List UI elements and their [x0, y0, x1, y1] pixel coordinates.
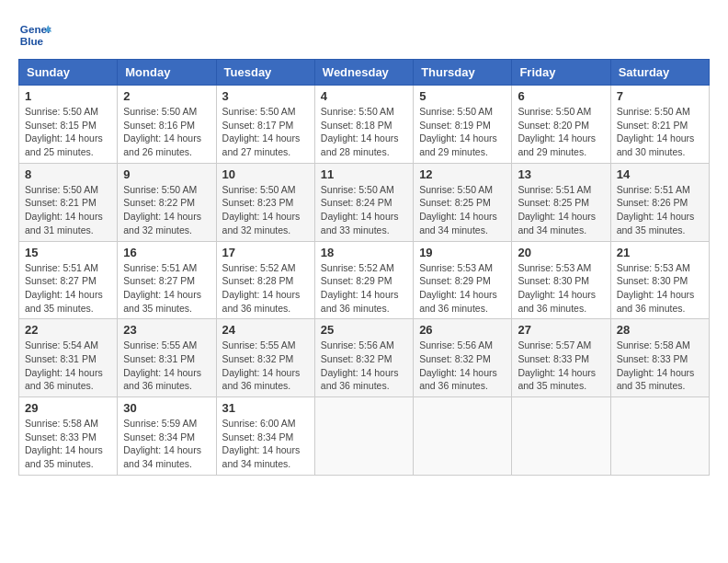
- day-info: Sunrise: 5:56 AM Sunset: 8:32 PM Dayligh…: [321, 339, 407, 393]
- calendar-cell: 15Sunrise: 5:51 AM Sunset: 8:27 PM Dayli…: [19, 241, 118, 319]
- calendar-cell: 20Sunrise: 5:53 AM Sunset: 8:30 PM Dayli…: [512, 241, 610, 319]
- day-number: 29: [25, 401, 111, 415]
- day-number: 5: [419, 89, 506, 103]
- header-tuesday: Tuesday: [216, 60, 314, 86]
- calendar-cell: 29Sunrise: 5:58 AM Sunset: 8:33 PM Dayli…: [19, 397, 118, 476]
- calendar-cell: 19Sunrise: 5:53 AM Sunset: 8:29 PM Dayli…: [414, 241, 512, 319]
- header-saturday: Saturday: [610, 60, 709, 86]
- day-number: 27: [518, 323, 604, 337]
- day-number: 21: [617, 246, 703, 259]
- day-info: Sunrise: 5:50 AM Sunset: 8:21 PM Dayligh…: [25, 183, 111, 237]
- calendar-cell: 25Sunrise: 5:56 AM Sunset: 8:32 PM Dayli…: [314, 319, 413, 397]
- calendar-cell: 7Sunrise: 5:50 AM Sunset: 8:21 PM Daylig…: [610, 86, 709, 164]
- calendar-week-row: 1Sunrise: 5:50 AM Sunset: 8:15 PM Daylig…: [19, 86, 710, 164]
- day-number: 16: [123, 246, 210, 259]
- calendar-cell: 11Sunrise: 5:50 AM Sunset: 8:24 PM Dayli…: [314, 163, 413, 241]
- logo-icon: General Blue: [18, 18, 51, 52]
- calendar-week-row: 15Sunrise: 5:51 AM Sunset: 8:27 PM Dayli…: [19, 241, 710, 319]
- header-monday: Monday: [118, 60, 216, 86]
- day-info: Sunrise: 5:50 AM Sunset: 8:20 PM Dayligh…: [518, 105, 604, 159]
- calendar-cell: 31Sunrise: 6:00 AM Sunset: 8:34 PM Dayli…: [216, 397, 314, 476]
- day-number: 18: [321, 246, 407, 259]
- calendar-cell: 18Sunrise: 5:52 AM Sunset: 8:29 PM Dayli…: [314, 241, 413, 319]
- header: General Blue: [18, 18, 710, 52]
- day-number: 9: [123, 167, 210, 181]
- calendar-cell: 3Sunrise: 5:50 AM Sunset: 8:17 PM Daylig…: [216, 86, 314, 164]
- day-info: Sunrise: 5:50 AM Sunset: 8:25 PM Dayligh…: [419, 183, 506, 237]
- calendar-cell: 23Sunrise: 5:55 AM Sunset: 8:31 PM Dayli…: [118, 319, 216, 397]
- logo: General Blue: [18, 18, 55, 52]
- calendar-cell: 2Sunrise: 5:50 AM Sunset: 8:16 PM Daylig…: [118, 86, 216, 164]
- day-info: Sunrise: 5:52 AM Sunset: 8:29 PM Dayligh…: [321, 261, 407, 316]
- day-number: 15: [25, 246, 111, 259]
- calendar-week-row: 22Sunrise: 5:54 AM Sunset: 8:31 PM Dayli…: [19, 319, 710, 397]
- day-number: 31: [222, 401, 309, 415]
- day-number: 26: [419, 323, 506, 337]
- calendar-table: SundayMondayTuesdayWednesdayThursdayFrid…: [18, 59, 710, 476]
- calendar-cell: 17Sunrise: 5:52 AM Sunset: 8:28 PM Dayli…: [216, 241, 314, 319]
- day-info: Sunrise: 5:50 AM Sunset: 8:23 PM Dayligh…: [222, 183, 309, 237]
- header-thursday: Thursday: [414, 60, 512, 86]
- day-info: Sunrise: 5:53 AM Sunset: 8:30 PM Dayligh…: [518, 261, 604, 316]
- day-number: 28: [617, 323, 703, 337]
- day-info: Sunrise: 5:58 AM Sunset: 8:33 PM Dayligh…: [617, 339, 703, 393]
- calendar-week-row: 8Sunrise: 5:50 AM Sunset: 8:21 PM Daylig…: [19, 163, 710, 241]
- calendar-cell: 22Sunrise: 5:54 AM Sunset: 8:31 PM Dayli…: [19, 319, 118, 397]
- day-info: Sunrise: 5:50 AM Sunset: 8:18 PM Dayligh…: [321, 105, 407, 159]
- calendar-cell: 24Sunrise: 5:55 AM Sunset: 8:32 PM Dayli…: [216, 319, 314, 397]
- day-number: 17: [222, 246, 309, 259]
- calendar-cell: 4Sunrise: 5:50 AM Sunset: 8:18 PM Daylig…: [314, 86, 413, 164]
- calendar-cell: 16Sunrise: 5:51 AM Sunset: 8:27 PM Dayli…: [118, 241, 216, 319]
- calendar-cell: 21Sunrise: 5:53 AM Sunset: 8:30 PM Dayli…: [610, 241, 709, 319]
- day-info: Sunrise: 6:00 AM Sunset: 8:34 PM Dayligh…: [222, 417, 309, 471]
- calendar-cell: 10Sunrise: 5:50 AM Sunset: 8:23 PM Dayli…: [216, 163, 314, 241]
- header-wednesday: Wednesday: [314, 60, 413, 86]
- day-number: 6: [518, 89, 604, 103]
- calendar-cell: 26Sunrise: 5:56 AM Sunset: 8:32 PM Dayli…: [414, 319, 512, 397]
- day-info: Sunrise: 5:53 AM Sunset: 8:30 PM Dayligh…: [617, 261, 703, 316]
- calendar-cell: 13Sunrise: 5:51 AM Sunset: 8:25 PM Dayli…: [512, 163, 610, 241]
- day-info: Sunrise: 5:50 AM Sunset: 8:16 PM Dayligh…: [123, 105, 210, 159]
- day-number: 30: [123, 401, 210, 415]
- calendar-cell: 6Sunrise: 5:50 AM Sunset: 8:20 PM Daylig…: [512, 86, 610, 164]
- calendar-cell: [414, 397, 512, 476]
- calendar-header-row: SundayMondayTuesdayWednesdayThursdayFrid…: [19, 60, 710, 86]
- day-number: 25: [321, 323, 407, 337]
- day-info: Sunrise: 5:50 AM Sunset: 8:15 PM Dayligh…: [25, 105, 111, 159]
- day-info: Sunrise: 5:50 AM Sunset: 8:24 PM Dayligh…: [321, 183, 407, 237]
- header-friday: Friday: [512, 60, 610, 86]
- calendar-cell: 5Sunrise: 5:50 AM Sunset: 8:19 PM Daylig…: [414, 86, 512, 164]
- day-info: Sunrise: 5:51 AM Sunset: 8:26 PM Dayligh…: [617, 183, 703, 237]
- header-sunday: Sunday: [19, 60, 118, 86]
- day-info: Sunrise: 5:57 AM Sunset: 8:33 PM Dayligh…: [518, 339, 604, 393]
- day-number: 13: [518, 167, 604, 181]
- day-info: Sunrise: 5:55 AM Sunset: 8:31 PM Dayligh…: [123, 339, 210, 393]
- day-number: 7: [617, 89, 703, 103]
- day-number: 2: [123, 89, 210, 103]
- calendar-cell: 27Sunrise: 5:57 AM Sunset: 8:33 PM Dayli…: [512, 319, 610, 397]
- calendar-cell: 14Sunrise: 5:51 AM Sunset: 8:26 PM Dayli…: [610, 163, 709, 241]
- day-number: 23: [123, 323, 210, 337]
- calendar-cell: [314, 397, 413, 476]
- calendar-cell: 12Sunrise: 5:50 AM Sunset: 8:25 PM Dayli…: [414, 163, 512, 241]
- day-number: 24: [222, 323, 309, 337]
- calendar-cell: [512, 397, 610, 476]
- day-number: 8: [25, 167, 111, 181]
- svg-text:Blue: Blue: [20, 35, 44, 47]
- day-number: 19: [419, 246, 506, 259]
- calendar-cell: 8Sunrise: 5:50 AM Sunset: 8:21 PM Daylig…: [19, 163, 118, 241]
- day-info: Sunrise: 5:53 AM Sunset: 8:29 PM Dayligh…: [419, 261, 506, 316]
- day-info: Sunrise: 5:56 AM Sunset: 8:32 PM Dayligh…: [419, 339, 506, 393]
- day-number: 12: [419, 167, 506, 181]
- day-number: 22: [25, 323, 111, 337]
- calendar-cell: 30Sunrise: 5:59 AM Sunset: 8:34 PM Dayli…: [118, 397, 216, 476]
- day-number: 11: [321, 167, 407, 181]
- calendar-cell: 9Sunrise: 5:50 AM Sunset: 8:22 PM Daylig…: [118, 163, 216, 241]
- day-info: Sunrise: 5:51 AM Sunset: 8:27 PM Dayligh…: [25, 261, 111, 316]
- day-info: Sunrise: 5:50 AM Sunset: 8:17 PM Dayligh…: [222, 105, 309, 159]
- day-info: Sunrise: 5:50 AM Sunset: 8:22 PM Dayligh…: [123, 183, 210, 237]
- day-number: 3: [222, 89, 309, 103]
- day-number: 20: [518, 246, 604, 259]
- day-info: Sunrise: 5:50 AM Sunset: 8:19 PM Dayligh…: [419, 105, 506, 159]
- day-info: Sunrise: 5:50 AM Sunset: 8:21 PM Dayligh…: [617, 105, 703, 159]
